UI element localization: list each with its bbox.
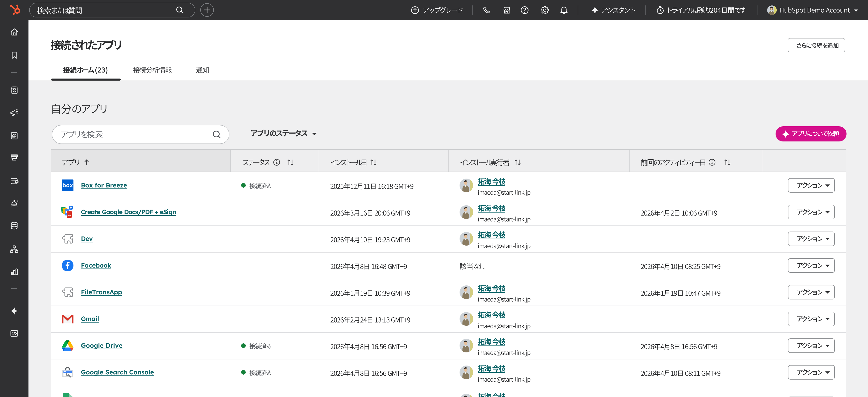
svg-text:pdf: pdf	[68, 215, 71, 217]
